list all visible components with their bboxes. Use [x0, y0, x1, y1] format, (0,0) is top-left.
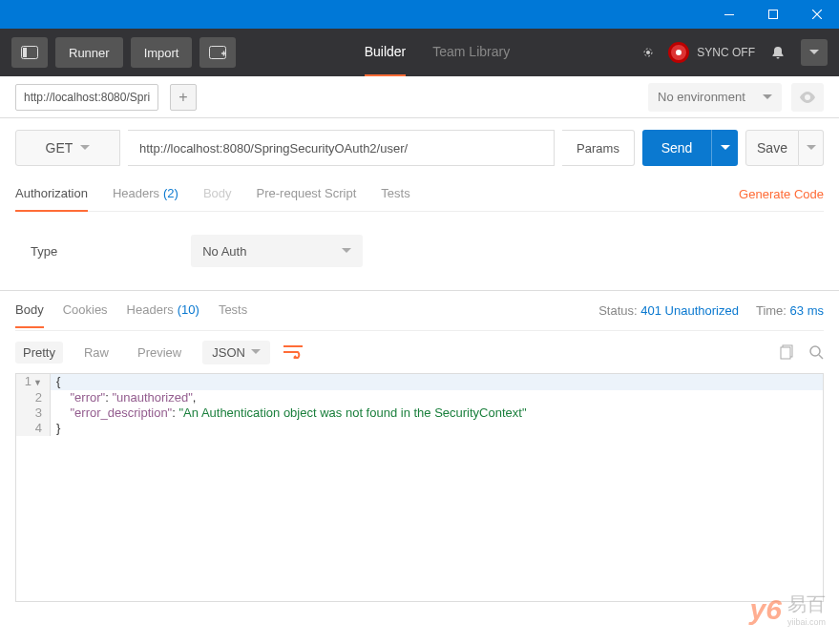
time-display: Time: 63 ms	[756, 303, 824, 318]
notifications-icon[interactable]	[765, 39, 791, 66]
svg-rect-0	[724, 14, 734, 15]
runner-button[interactable]: Runner	[55, 37, 123, 68]
add-request-tab-button[interactable]: +	[170, 84, 197, 111]
window-titlebar	[0, 0, 839, 29]
request-tab[interactable]: http://localhost:8080/Spri	[15, 84, 158, 111]
auth-type-select[interactable]: No Auth	[191, 235, 363, 267]
status-value: 401 Unauthorized	[640, 303, 739, 318]
svg-point-9	[810, 346, 820, 356]
headers-count: (2)	[163, 186, 178, 200]
authorization-panel: Type No Auth	[15, 212, 824, 290]
environment-value: No environment	[658, 90, 745, 104]
view-pretty-button[interactable]: Pretty	[15, 342, 63, 364]
subtab-tests[interactable]: Tests	[381, 177, 409, 212]
subtab-authorization[interactable]: Authorization	[15, 177, 88, 212]
view-preview-button[interactable]: Preview	[130, 342, 189, 364]
method-value: GET	[46, 140, 73, 156]
svg-rect-1	[769, 10, 778, 19]
resp-subtab-headers[interactable]: Headers (10)	[127, 294, 199, 328]
response-subtabs: Body Cookies Headers (10) Tests Status: …	[15, 291, 824, 331]
subtab-body[interactable]: Body	[203, 177, 232, 212]
chevron-down-icon	[763, 94, 772, 100]
chevron-down-icon	[342, 248, 351, 254]
resp-subtab-body[interactable]: Body	[15, 294, 44, 328]
environment-select[interactable]: No environment	[648, 83, 782, 112]
url-input[interactable]	[128, 130, 555, 166]
tab-team-library[interactable]: Team Library	[432, 29, 510, 76]
app-toolbar: Runner Import Builder Team Library SYNC …	[0, 29, 839, 76]
http-method-select[interactable]: GET	[15, 130, 120, 166]
import-button[interactable]: Import	[131, 37, 193, 68]
save-dropdown-button[interactable]	[799, 130, 824, 166]
chevron-down-icon	[80, 145, 90, 151]
minimize-button[interactable]	[707, 0, 751, 29]
request-tabs-bar: http://localhost:8080/Spri + No environm…	[0, 76, 839, 118]
tab-builder[interactable]: Builder	[365, 29, 407, 76]
generate-code-link[interactable]: Generate Code	[739, 187, 824, 201]
proxy-icon[interactable]	[638, 42, 659, 63]
svg-point-6	[646, 51, 650, 54]
time-value: 63 ms	[790, 303, 824, 318]
maximize-button[interactable]	[751, 0, 795, 29]
status-display: Status: 401 Unauthorized	[598, 303, 739, 318]
subtab-headers[interactable]: Headers (2)	[113, 177, 178, 212]
user-menu-button[interactable]	[801, 39, 828, 66]
new-tab-button[interactable]	[199, 37, 236, 68]
request-subtabs: Authorization Headers (2) Body Pre-reque…	[15, 177, 824, 212]
sync-label: SYNC OFF	[697, 46, 755, 59]
resp-headers-count: (10)	[178, 302, 199, 317]
sync-indicator-icon	[668, 42, 689, 63]
view-raw-button[interactable]: Raw	[76, 342, 116, 364]
wrap-lines-icon[interactable]	[283, 345, 303, 359]
environment-quicklook-button[interactable]	[791, 83, 824, 112]
url-row: GET Params Send Save	[15, 130, 824, 166]
sync-status[interactable]: SYNC OFF	[668, 42, 755, 63]
resp-subtab-cookies[interactable]: Cookies	[63, 294, 108, 328]
toggle-sidebar-button[interactable]	[11, 37, 48, 68]
close-button[interactable]	[795, 0, 839, 29]
response-body[interactable]: 1▼{ 2 "error": "unauthorized", 3 "error_…	[15, 373, 824, 602]
save-button[interactable]: Save	[745, 130, 799, 166]
send-dropdown-button[interactable]	[711, 130, 738, 166]
svg-rect-8	[781, 347, 790, 359]
svg-rect-3	[23, 48, 27, 57]
format-value: JSON	[212, 345, 245, 360]
chevron-down-icon	[251, 349, 261, 355]
send-button[interactable]: Send	[642, 130, 711, 166]
auth-type-value: No Auth	[202, 244, 246, 259]
copy-response-icon[interactable]	[780, 344, 795, 360]
resp-subtab-tests[interactable]: Tests	[219, 294, 247, 328]
format-select[interactable]: JSON	[202, 341, 270, 364]
auth-type-label: Type	[31, 244, 57, 259]
response-view-controls: Pretty Raw Preview JSON	[15, 331, 824, 373]
search-response-icon[interactable]	[808, 344, 824, 360]
subtab-prerequest[interactable]: Pre-request Script	[257, 177, 357, 212]
params-button[interactable]: Params	[562, 130, 635, 166]
